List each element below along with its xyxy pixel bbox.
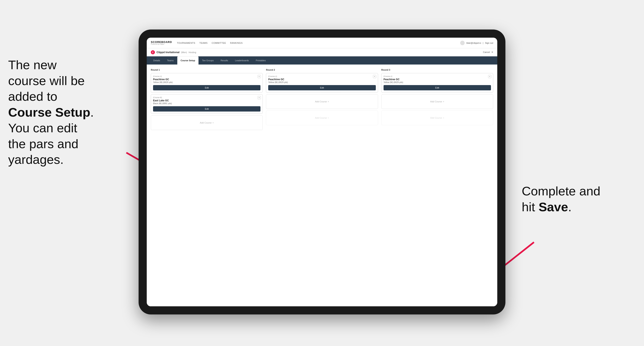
annotation-right-2: hit <box>522 200 539 214</box>
round-1-course-a-card: (Course A) Peachtree GC Yellow (M) (6629… <box>151 73 263 93</box>
tab-details[interactable]: Details <box>150 56 164 64</box>
annotation-suffix: . <box>90 105 94 119</box>
round-1-course-a-delete-button[interactable]: ✕ <box>258 75 261 78</box>
round-1-course-b-delete-button[interactable]: ✕ <box>258 96 261 99</box>
nav-separator: | <box>483 42 484 44</box>
round-2-add-course-disabled-label: Add Course <box>315 117 327 119</box>
round-2-add-course-label: Add Course <box>315 100 327 103</box>
round-1-course-b-edit-button[interactable]: Edit <box>153 106 260 112</box>
nav-left: SCOREBOARD Powered by clippd TOURNAMENTS… <box>151 41 243 45</box>
round-1-course-b-info: Black (M) (6891 yds) <box>153 102 260 105</box>
nav-link-tournaments[interactable]: TOURNAMENTS <box>177 42 195 44</box>
round-1-course-b-tag: (Course B) <box>153 96 260 99</box>
tab-leaderboards[interactable]: Leaderboards <box>232 56 252 64</box>
scoreboard-logo: SCOREBOARD Powered by clippd <box>151 41 172 45</box>
tab-tee-groups[interactable]: Tee Groups <box>199 56 217 64</box>
round-2-course-a-edit-button[interactable]: Edit <box>268 85 376 90</box>
cancel-button[interactable]: Cancel ✕ <box>483 51 493 53</box>
round-3-course-a-edit-button[interactable]: Edit <box>384 85 491 90</box>
round-3-column: Round 3 (Course A) Peachtree GC Yellow (… <box>381 69 493 132</box>
tab-bar: Details Teams Course Setup Tee Groups Re… <box>147 56 497 64</box>
round-2-course-a-info: Yellow (M) (6629 yds) <box>268 81 376 83</box>
round-1-add-course-label: Add Course <box>200 122 212 124</box>
round-3-course-a-info: Yellow (M) (6629 yds) <box>384 81 491 83</box>
round-1-add-course-plus-icon: + <box>212 122 214 124</box>
tablet-screen: SCOREBOARD Powered by clippd TOURNAMENTS… <box>147 38 497 306</box>
round-1-course-a-name: Peachtree GC <box>153 78 260 81</box>
round-2-course-a-tag: (Course A) <box>268 75 376 77</box>
round-3-label: Round 3 <box>381 69 493 71</box>
annotation-right-1: Complete and <box>522 184 600 198</box>
nav-links: TOURNAMENTS TEAMS COMMITTEE RANKINGS <box>177 42 243 44</box>
round-2-course-a-card: (Course A) Peachtree GC Yellow (M) (6629… <box>266 73 378 93</box>
sign-out-link[interactable]: Sign out <box>485 42 493 44</box>
round-3-add-course-disabled: Add Course + <box>381 111 493 125</box>
tournament-status: Hosting <box>188 51 196 53</box>
tab-printables[interactable]: Printables <box>252 56 269 64</box>
avatar <box>460 41 465 45</box>
round-1-course-a-edit-button[interactable]: Edit <box>153 85 260 90</box>
tournament-title: C Clippd Invitational (Men) Hosting <box>151 50 196 54</box>
round-2-course-a-delete-button[interactable]: ✕ <box>373 75 376 78</box>
annotation-text-4-bold: Course Setup <box>8 105 90 119</box>
round-1-course-a-info: Yellow (M) (6629 yds) <box>153 81 260 83</box>
round-3-course-a-delete-button[interactable]: ✕ <box>488 75 491 78</box>
nav-link-committee[interactable]: COMMITTEE <box>212 42 226 44</box>
annotation-text-2: course will be <box>8 74 85 88</box>
tablet-frame: SCOREBOARD Powered by clippd TOURNAMENTS… <box>138 29 506 315</box>
round-3-course-a-card: (Course A) Peachtree GC Yellow (M) (6629… <box>381 73 493 93</box>
round-1-label: Round 1 <box>151 69 263 71</box>
tournament-name: Clippd Invitational <box>156 51 180 54</box>
round-2-add-course-button[interactable]: Add Course + <box>266 94 378 109</box>
clippd-logo-icon: C <box>151 50 155 54</box>
nav-link-teams[interactable]: TEAMS <box>199 42 208 44</box>
round-3-course-a-tag: (Course A) <box>384 75 491 77</box>
top-nav-bar: SCOREBOARD Powered by clippd TOURNAMENTS… <box>147 38 497 48</box>
round-2-column: Round 2 (Course A) Peachtree GC Yellow (… <box>266 69 378 132</box>
annotation-text-1: The new <box>8 58 57 72</box>
tournament-gender: (Men) <box>181 51 187 53</box>
round-3-add-course-plus-icon: + <box>443 100 444 103</box>
annotation-text-6: the pars and <box>8 137 78 151</box>
annotation-text-7: yardages. <box>8 153 64 167</box>
round-1-add-course-button[interactable]: Add Course + <box>151 115 263 130</box>
round-2-add-course-plus-icon: + <box>328 100 329 103</box>
annotation-right-bold: Save <box>539 200 568 214</box>
logo-sub: Powered by clippd <box>151 43 172 45</box>
nav-link-rankings[interactable]: RANKINGS <box>230 42 242 44</box>
round-2-label: Round 2 <box>266 69 378 71</box>
user-email: blair@clippd.io <box>466 42 481 44</box>
round-2-add-course-disabled-plus-icon: + <box>328 117 329 119</box>
cancel-icon: ✕ <box>491 51 493 53</box>
round-1-column: Round 1 (Course A) Peachtree GC Yellow (… <box>151 69 263 132</box>
round-3-add-course-disabled-label: Add Course <box>430 117 442 119</box>
cancel-label: Cancel <box>483 51 490 53</box>
tab-results[interactable]: Results <box>217 56 231 64</box>
round-3-add-course-button[interactable]: Add Course + <box>381 94 493 109</box>
annotation-text-5: You can edit <box>8 121 77 135</box>
round-2-course-a-name: Peachtree GC <box>268 78 376 81</box>
round-1-course-b-card: (Course B) East Lake GC Black (M) (6891 … <box>151 94 263 114</box>
tournament-header: C Clippd Invitational (Men) Hosting Canc… <box>147 48 497 56</box>
nav-right: blair@clippd.io | Sign out <box>460 41 493 45</box>
round-2-add-course-disabled: Add Course + <box>266 111 378 125</box>
content-area: Round 1 (Course A) Peachtree GC Yellow (… <box>147 64 497 306</box>
rounds-container: Round 1 (Course A) Peachtree GC Yellow (… <box>151 69 493 132</box>
round-3-add-course-label: Add Course <box>430 100 442 103</box>
annotation-right-suffix: . <box>568 200 572 214</box>
annotation-left: The new course will be added to Course S… <box>8 57 126 168</box>
tab-teams[interactable]: Teams <box>164 56 177 64</box>
round-3-add-course-disabled-plus-icon: + <box>443 117 444 119</box>
round-1-course-a-tag: (Course A) <box>153 75 260 77</box>
tab-course-setup[interactable]: Course Setup <box>177 56 198 64</box>
annotation-right: Complete and hit Save. <box>522 183 628 215</box>
round-1-course-b-name: East Lake GC <box>153 99 260 102</box>
round-3-course-a-name: Peachtree GC <box>384 78 491 81</box>
annotation-text-3: added to <box>8 89 57 103</box>
